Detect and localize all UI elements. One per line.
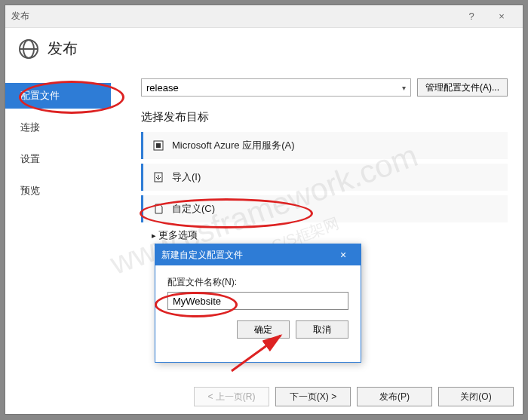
target-label: 导入(I) — [172, 170, 201, 184]
sidebar-item-profile[interactable]: 配置文件 — [5, 83, 111, 109]
svg-rect-1 — [156, 143, 161, 148]
target-label: Microsoft Azure 应用服务(A) — [172, 139, 295, 152]
target-azure[interactable]: Microsoft Azure 应用服务(A) — [141, 132, 508, 159]
profile-select[interactable]: release — [141, 78, 411, 97]
close-footer-button[interactable]: 关闭(O) — [438, 387, 514, 406]
target-import[interactable]: 导入(I) — [141, 164, 508, 191]
footer-buttons: < 上一页(R) 下一页(X) > 发布(P) 关闭(O) — [194, 387, 514, 406]
close-button[interactable]: × — [487, 6, 517, 27]
help-button[interactable]: ? — [456, 6, 487, 27]
sidebar: 配置文件 连接 设置 预览 — [5, 69, 111, 380]
dialog-buttons: 确定 取消 — [155, 320, 361, 339]
profile-name-input[interactable] — [167, 292, 348, 310]
target-label: 自定义(C) — [172, 202, 215, 216]
profile-name-label: 配置文件名称(N): — [167, 276, 348, 289]
titlebar: 发布 ? × — [5, 5, 523, 28]
header: 发布 — [5, 28, 523, 69]
sidebar-item-connection[interactable]: 连接 — [5, 115, 111, 140]
new-profile-dialog: 新建自定义配置文件 × 配置文件名称(N): 确定 取消 — [155, 244, 361, 363]
dialog-close-button[interactable]: × — [332, 244, 355, 265]
page-title: 发布 — [48, 38, 78, 59]
next-button[interactable]: 下一页(X) > — [275, 387, 351, 406]
prev-button: < 上一页(R) — [194, 387, 269, 406]
sidebar-item-settings[interactable]: 设置 — [5, 146, 111, 172]
ok-button[interactable]: 确定 — [237, 320, 290, 339]
profile-select-value: release — [146, 82, 179, 94]
target-custom[interactable]: 自定义(C) — [141, 195, 508, 222]
config-row: release 管理配置文件(A)... — [141, 78, 508, 97]
import-icon — [152, 171, 164, 183]
dialog-title: 新建自定义配置文件 — [161, 249, 332, 262]
azure-icon — [152, 139, 164, 152]
publish-button[interactable]: 发布(P) — [357, 387, 432, 406]
dialog-body: 配置文件名称(N): — [155, 265, 361, 320]
targets-heading: 选择发布目标 — [141, 110, 508, 124]
document-icon — [152, 203, 164, 215]
manage-profiles-button[interactable]: 管理配置文件(A)... — [417, 78, 508, 97]
more-options-link[interactable]: 更多选项 — [141, 228, 508, 242]
publish-window: 发布 ? × 发布 配置文件 连接 设置 预览 release 管理配置文件(A… — [5, 5, 523, 415]
cancel-button[interactable]: 取消 — [296, 320, 348, 339]
window-title: 发布 — [11, 10, 456, 23]
sidebar-item-preview[interactable]: 预览 — [5, 178, 111, 204]
globe-icon — [19, 39, 38, 59]
dialog-titlebar: 新建自定义配置文件 × — [155, 244, 361, 265]
